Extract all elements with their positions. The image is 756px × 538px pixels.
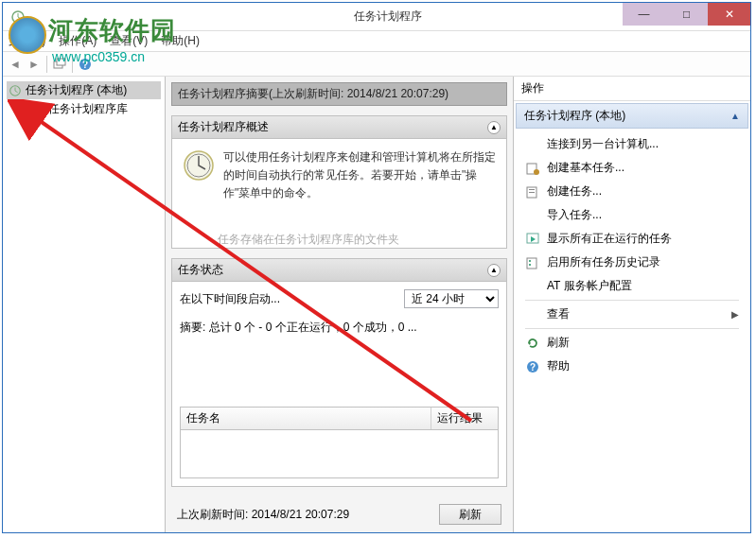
- main-window: 任务计划程序 — □ ✕ 文件(F) 操作(A) 查看(V) 帮助(H) ◄ ►…: [2, 2, 751, 533]
- svg-rect-11: [529, 189, 535, 190]
- action-at-config[interactable]: AT 服务帐户配置: [519, 274, 745, 298]
- separator: [525, 328, 739, 329]
- svg-point-9: [534, 169, 539, 175]
- blank-icon: [525, 208, 540, 223]
- tree-root-label: 任务计划程序 (本地): [26, 82, 127, 98]
- blank-icon: [525, 307, 540, 322]
- tree-child-label: 任务计划程序库: [48, 101, 128, 117]
- menubar: 文件(F) 操作(A) 查看(V) 帮助(H): [3, 31, 750, 52]
- submenu-arrow-icon: ▶: [731, 309, 739, 320]
- action-import[interactable]: 导入任务...: [519, 203, 745, 227]
- action-enable-history[interactable]: 启用所有任务历史记录: [519, 251, 745, 274]
- overview-truncated-text: 任务存储在任务计划程序库的文件夹: [172, 232, 506, 248]
- col-task-name[interactable]: 任务名: [181, 408, 431, 429]
- forward-button[interactable]: ►: [26, 56, 43, 73]
- svg-rect-16: [529, 264, 531, 266]
- titlebar: 任务计划程序 — □ ✕: [3, 3, 750, 31]
- period-select[interactable]: 近 24 小时: [404, 289, 499, 308]
- overview-section: 任务计划程序概述 ▲ 可以使用任务计划程序来创建和管理计算机将在所指定的时间自动…: [171, 115, 507, 249]
- action-label: 连接到另一台计算机...: [547, 136, 659, 152]
- col-run-result[interactable]: 运行结果: [431, 408, 498, 429]
- collapse-icon[interactable]: ▲: [487, 121, 501, 134]
- action-label: 创建任务...: [547, 183, 602, 200]
- running-icon: [525, 232, 540, 247]
- menu-action[interactable]: 操作(A): [59, 33, 97, 49]
- content-area: 任务计划程序 (本地) ▷ 任务计划程序库 任务计划程序摘要(上次刷新时间: 2…: [3, 77, 750, 532]
- action-label: 启用所有任务历史记录: [547, 254, 660, 270]
- blank-icon: [525, 137, 540, 152]
- refresh-icon: [525, 336, 540, 351]
- level-up-button[interactable]: [51, 56, 68, 73]
- window-controls: — □ ✕: [623, 3, 750, 26]
- toolbar-separator: [46, 56, 47, 73]
- task-icon: [525, 184, 540, 200]
- overview-text: 可以使用任务计划程序来创建和管理计算机将在所指定的时间自动执行的常见任务。若要开…: [223, 148, 497, 218]
- overview-body: 可以使用任务计划程序来创建和管理计算机将在所指定的时间自动执行的常见任务。若要开…: [172, 139, 506, 228]
- action-label: 创建基本任务...: [547, 160, 624, 176]
- overview-section-header[interactable]: 任务计划程序概述 ▲: [172, 116, 506, 139]
- close-button[interactable]: ✕: [708, 3, 750, 26]
- svg-rect-2: [57, 59, 65, 65]
- menu-file[interactable]: 文件(F): [9, 33, 45, 49]
- status-header-label: 任务状态: [178, 262, 223, 278]
- action-label: 导入任务...: [547, 207, 602, 223]
- status-summary-text: 摘要: 总计 0 个 - 0 个正在运行，0 个成功，0 ...: [180, 320, 499, 336]
- folder-icon: [31, 103, 44, 116]
- action-view[interactable]: 查看 ▶: [519, 303, 745, 326]
- action-label: AT 服务帐户配置: [547, 278, 632, 294]
- table-body: [181, 430, 498, 477]
- actions-pane-title: 操作: [514, 77, 750, 101]
- status-filter-row: 在以下时间段启动... 近 24 小时: [180, 289, 499, 308]
- last-refresh-label: 上次刷新时间: 2014/8/21 20:07:29: [177, 507, 349, 523]
- status-section: 任务状态 ▲ 在以下时间段启动... 近 24 小时 摘要: 总计 0 个 - …: [171, 258, 507, 487]
- tree-pane: 任务计划程序 (本地) ▷ 任务计划程序库: [3, 77, 166, 532]
- action-connect[interactable]: 连接到另一台计算机...: [519, 132, 745, 156]
- center-pane: 任务计划程序摘要(上次刷新时间: 2014/8/21 20:07:29) 任务计…: [166, 77, 514, 532]
- menu-view[interactable]: 查看(V): [110, 33, 148, 49]
- summary-header: 任务计划程序摘要(上次刷新时间: 2014/8/21 20:07:29): [171, 82, 507, 106]
- task-basic-icon: [525, 161, 540, 176]
- actions-context-label: 任务计划程序 (本地): [524, 108, 625, 124]
- actions-pane: 操作 任务计划程序 (本地) ▲ 连接到另一台计算机... 创建基本任务... …: [514, 77, 750, 532]
- status-body: 在以下时间段启动... 近 24 小时 摘要: 总计 0 个 - 0 个正在运行…: [172, 282, 506, 486]
- separator: [525, 300, 739, 301]
- svg-rect-15: [529, 260, 531, 262]
- app-icon: [10, 9, 26, 25]
- toolbar: ◄ ► ?: [3, 52, 750, 77]
- toolbar-separator: [72, 56, 73, 73]
- action-refresh[interactable]: 刷新: [519, 331, 745, 355]
- table-header: 任务名 运行结果: [181, 408, 498, 430]
- refresh-row: 上次刷新时间: 2014/8/21 20:07:29 刷新: [171, 496, 507, 527]
- clock-large-icon: [182, 148, 216, 182]
- menu-help[interactable]: 帮助(H): [161, 33, 200, 49]
- collapse-icon[interactable]: ▲: [487, 264, 501, 277]
- actions-context-header[interactable]: 任务计划程序 (本地) ▲: [516, 103, 748, 129]
- maximize-button[interactable]: □: [665, 3, 708, 26]
- status-period-label: 在以下时间段启动...: [180, 291, 280, 307]
- action-label: 刷新: [547, 335, 570, 351]
- overview-header-label: 任务计划程序概述: [178, 119, 269, 135]
- action-label: 帮助: [547, 358, 570, 374]
- minimize-button[interactable]: —: [623, 3, 665, 26]
- tree-child-node[interactable]: ▷ 任务计划程序库: [18, 100, 161, 118]
- action-label: 查看: [547, 306, 570, 322]
- action-create-basic[interactable]: 创建基本任务...: [519, 156, 745, 180]
- tree-root-node[interactable]: 任务计划程序 (本地): [7, 81, 161, 99]
- refresh-button[interactable]: 刷新: [439, 504, 501, 525]
- back-button[interactable]: ◄: [7, 56, 24, 73]
- expand-icon[interactable]: ▷: [20, 104, 27, 114]
- action-create-task[interactable]: 创建任务...: [519, 180, 745, 203]
- svg-rect-12: [529, 192, 535, 193]
- clock-icon: [9, 84, 22, 97]
- svg-text:?: ?: [530, 362, 536, 373]
- action-help[interactable]: ? 帮助: [519, 355, 745, 378]
- action-list: 连接到另一台计算机... 创建基本任务... 创建任务... 导入任务... 显…: [514, 130, 750, 380]
- action-show-running[interactable]: 显示所有正在运行的任务: [519, 227, 745, 251]
- svg-rect-14: [527, 258, 536, 269]
- collapse-icon[interactable]: ▲: [730, 111, 740, 121]
- action-label: 显示所有正在运行的任务: [547, 231, 672, 247]
- status-section-header[interactable]: 任务状态 ▲: [172, 259, 506, 282]
- help-button[interactable]: ?: [77, 56, 94, 73]
- svg-text:?: ?: [82, 60, 88, 70]
- help-icon: ?: [525, 359, 540, 374]
